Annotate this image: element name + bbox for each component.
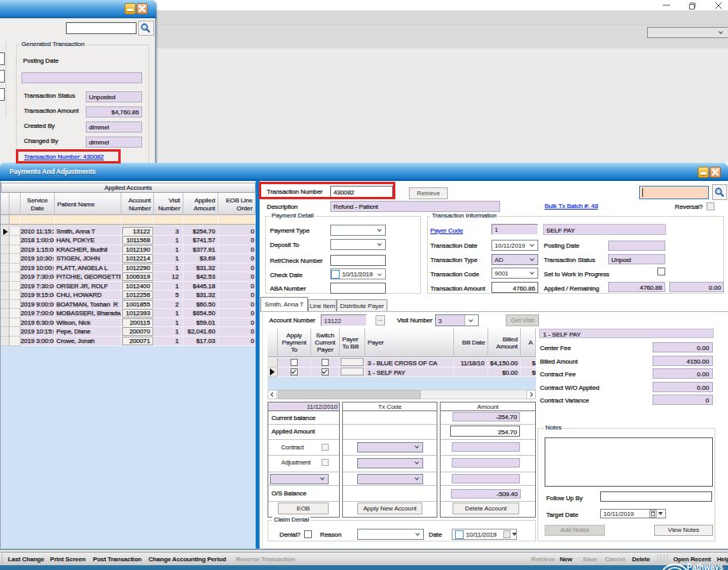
- svg-text:Pathways: Pathways: [687, 563, 724, 570]
